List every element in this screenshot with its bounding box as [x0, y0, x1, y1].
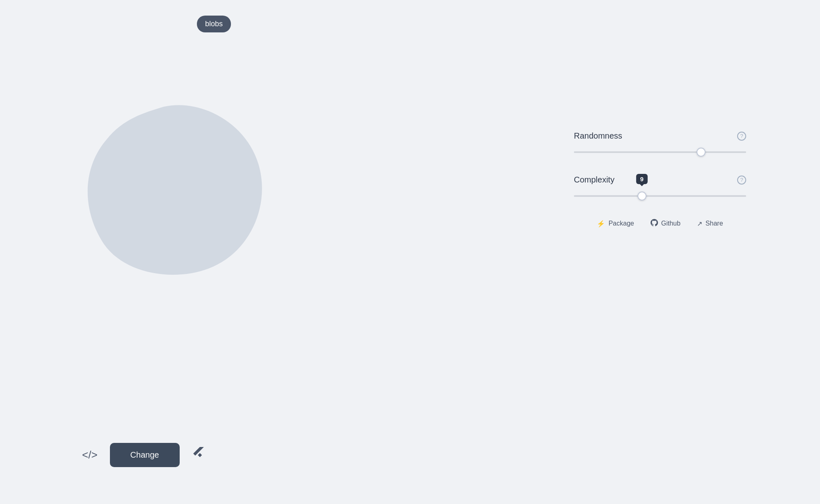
github-label: Github — [661, 220, 681, 227]
blob-display — [41, 74, 287, 279]
randomness-help-icon[interactable]: ? — [737, 132, 746, 141]
github-link[interactable]: Github — [651, 219, 681, 228]
randomness-section: Randomness ? — [574, 131, 746, 155]
footer-links: ⚡ Package Github ↗ Share — [574, 219, 746, 228]
bottom-toolbar: </> Change — [82, 443, 205, 467]
controls-panel: Randomness ? Complexity ? 9 ⚡ Package — [574, 131, 746, 228]
blob-svg — [41, 74, 287, 279]
complexity-help-text: ? — [740, 177, 743, 183]
flutter-icon[interactable] — [192, 447, 205, 463]
complexity-slider-wrapper: 9 — [574, 191, 746, 198]
change-button-label: Change — [130, 450, 159, 459]
share-link[interactable]: ↗ Share — [697, 219, 723, 228]
complexity-header: Complexity ? — [574, 175, 746, 185]
randomness-label: Randomness — [574, 131, 622, 141]
code-icon-button[interactable]: </> — [82, 449, 98, 461]
share-label: Share — [706, 220, 723, 227]
package-link[interactable]: ⚡ Package — [597, 219, 634, 228]
code-icon: </> — [82, 449, 98, 461]
package-icon: ⚡ — [597, 220, 605, 228]
complexity-section: Complexity ? 9 — [574, 175, 746, 198]
randomness-slider[interactable] — [574, 151, 746, 153]
logo-text: blobs — [205, 20, 223, 28]
complexity-slider[interactable] — [574, 195, 746, 197]
github-icon — [651, 219, 658, 228]
logo-badge[interactable]: blobs — [197, 16, 231, 32]
complexity-label: Complexity — [574, 175, 614, 185]
randomness-slider-wrapper — [574, 147, 746, 155]
share-icon: ↗ — [697, 220, 702, 228]
change-button[interactable]: Change — [110, 443, 180, 467]
randomness-header: Randomness ? — [574, 131, 746, 141]
package-label: Package — [608, 220, 634, 227]
randomness-help-text: ? — [740, 133, 743, 139]
complexity-help-icon[interactable]: ? — [737, 176, 746, 185]
